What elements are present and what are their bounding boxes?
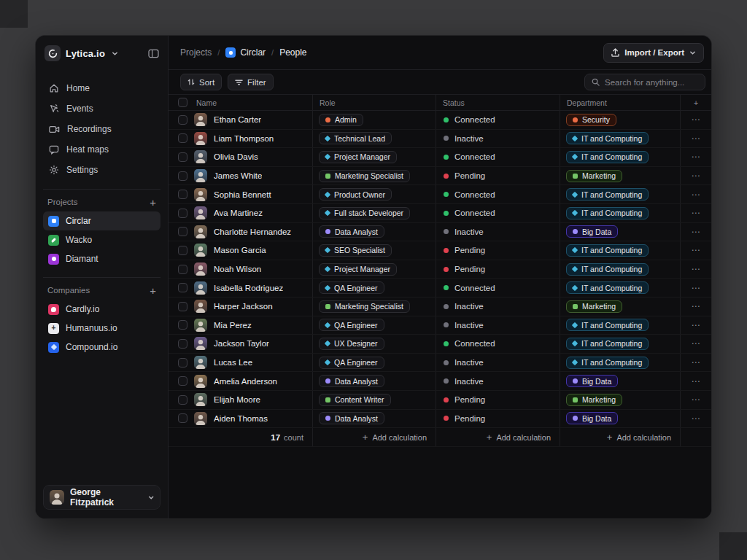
table-row[interactable]: Isabella RodriguezQA EngineerConnectedIT… xyxy=(169,279,711,298)
cell-name: Sophia Bennett xyxy=(169,185,313,203)
row-checkbox[interactable] xyxy=(178,133,187,143)
table-row[interactable]: Mason GarciaSEO SpecialistPendingIT and … xyxy=(169,241,711,260)
row-checkbox[interactable] xyxy=(178,209,187,218)
table-row[interactable]: Harper JacksonMarketing SpecialistInacti… xyxy=(169,298,711,316)
role-label: Data Analyst xyxy=(335,377,378,386)
row-checkbox[interactable] xyxy=(178,171,187,181)
add-projects-button[interactable]: + xyxy=(150,197,156,208)
row-actions-button[interactable]: ⋯ xyxy=(681,241,711,260)
sidebar-toggle-icon[interactable] xyxy=(148,49,159,58)
row-actions-button[interactable]: ⋯ xyxy=(681,223,711,241)
workspace-chevron-down-icon[interactable] xyxy=(112,50,118,57)
row-actions-button[interactable]: ⋯ xyxy=(681,111,711,129)
row-actions-button[interactable]: ⋯ xyxy=(681,372,711,390)
table-row[interactable]: Sophia BennettProduct OwnerConnectedIT a… xyxy=(169,185,711,204)
sidebar-item-circlar[interactable]: Circlar xyxy=(43,211,160,230)
row-checkbox[interactable] xyxy=(178,265,187,274)
row-actions-button[interactable]: ⋯ xyxy=(681,354,711,372)
add-companies-button[interactable]: + xyxy=(150,285,156,296)
sort-button[interactable]: Sort xyxy=(180,74,222,90)
table-row[interactable]: Mia PerezQA EngineerInactiveIT and Compu… xyxy=(169,316,711,335)
table-row[interactable]: Liam ThompsonTechnical LeadInactiveIT an… xyxy=(169,130,711,149)
import-export-button[interactable]: Import / Export xyxy=(603,43,704,63)
sidebar-item-label: Home xyxy=(66,83,90,93)
diamond-shape-icon xyxy=(572,266,578,272)
row-checkbox[interactable] xyxy=(178,339,187,349)
status-dot-icon xyxy=(444,397,449,402)
sidebar-item-settings[interactable]: Settings xyxy=(43,160,160,180)
sidebar-item-heat-maps[interactable]: Heat maps xyxy=(43,139,160,160)
breadcrumb-item-projects[interactable]: Projects xyxy=(180,47,212,58)
user-menu[interactable]: George Fitzpatrick xyxy=(43,485,160,510)
row-actions-button[interactable]: ⋯ xyxy=(681,316,711,335)
row-checkbox[interactable] xyxy=(178,283,187,292)
sidebar-item-events[interactable]: Events xyxy=(43,98,160,119)
sidebar-item-diamant[interactable]: Diamant xyxy=(43,249,160,268)
row-actions-button[interactable]: ⋯ xyxy=(681,130,711,148)
row-actions-button[interactable]: ⋯ xyxy=(681,260,711,279)
breadcrumb-item-people[interactable]: People xyxy=(279,47,306,58)
row-actions-button[interactable]: ⋯ xyxy=(681,298,711,316)
department-label: IT and Computing xyxy=(581,339,642,348)
avatar xyxy=(194,225,207,238)
add-column-button[interactable]: + xyxy=(681,95,711,110)
table-row[interactable]: Noah WilsonProject ManagerPendingIT and … xyxy=(169,260,711,279)
department-label: IT and Computing xyxy=(581,358,642,367)
table-row[interactable]: Amelia AndersonData AnalystInactiveBig D… xyxy=(169,372,711,391)
cell-status: Inactive xyxy=(436,316,560,335)
search-input[interactable] xyxy=(605,78,698,87)
table-row[interactable]: Olivia DavisProject ManagerConnectedIT a… xyxy=(169,148,711,167)
sidebar-item-cardly-io[interactable]: Cardly.io xyxy=(43,300,160,319)
row-checkbox[interactable] xyxy=(178,395,187,405)
row-checkbox[interactable] xyxy=(178,152,187,162)
row-checkbox[interactable] xyxy=(178,227,187,236)
status-dot-icon xyxy=(444,136,449,141)
add-calculation-button[interactable]: +Add calculation xyxy=(487,432,551,443)
table-row[interactable]: Aiden ThomasData AnalystPendingBig Data⋯ xyxy=(169,410,711,429)
row-actions-button[interactable]: ⋯ xyxy=(681,185,711,203)
table-row[interactable]: Charlotte HernandezData AnalystInactiveB… xyxy=(169,223,711,242)
row-actions-button[interactable]: ⋯ xyxy=(681,204,711,222)
search-box[interactable] xyxy=(584,74,705,90)
diamond-shape-icon xyxy=(325,266,330,272)
table-row[interactable]: Jackson TaylorUX DesignerConnectedIT and… xyxy=(169,335,711,354)
row-actions-button[interactable]: ⋯ xyxy=(681,167,711,185)
row-checkbox[interactable] xyxy=(178,302,187,311)
table-row[interactable]: Lucas LeeQA EngineerInactiveIT and Compu… xyxy=(169,354,711,373)
row-checkbox[interactable] xyxy=(178,246,187,255)
table-row[interactable]: Elijah MooreContent WriterPendingMarketi… xyxy=(169,391,711,410)
row-actions-button[interactable]: ⋯ xyxy=(681,335,711,353)
sidebar-item-recordings[interactable]: Recordings xyxy=(43,119,160,139)
table-row[interactable]: James WhiteMarketing SpecialistPendingMa… xyxy=(169,167,711,186)
table-row[interactable]: Ethan CarterAdminConnectedSecurity⋯ xyxy=(169,111,711,130)
sidebar-item-home[interactable]: Home xyxy=(43,78,160,98)
row-checkbox[interactable] xyxy=(178,320,187,330)
add-calculation-button[interactable]: +Add calculation xyxy=(607,432,671,443)
sidebar-item-humanuus-io[interactable]: +Humanuus.io xyxy=(43,319,160,338)
row-checkbox[interactable] xyxy=(178,376,187,386)
select-all-checkbox[interactable] xyxy=(178,98,187,107)
row-actions-button[interactable]: ⋯ xyxy=(681,148,711,166)
sidebar-item-wacko[interactable]: Wacko xyxy=(43,230,160,249)
add-calculation-button[interactable]: +Add calculation xyxy=(363,432,427,443)
footer-cell: +Add calculation xyxy=(436,428,560,446)
role-badge: Project Manager xyxy=(319,263,397,276)
row-checkbox[interactable] xyxy=(178,115,187,125)
import-export-label: Import / Export xyxy=(624,48,684,57)
row-actions-button[interactable]: ⋯ xyxy=(681,410,711,428)
row-checkbox[interactable] xyxy=(178,413,187,423)
filter-button[interactable]: Filter xyxy=(228,74,274,90)
corner-decoration xyxy=(719,532,747,560)
sidebar-item-compound-io[interactable]: Compound.io xyxy=(43,338,160,357)
breadcrumb-item-circlar[interactable]: Circlar xyxy=(225,47,266,58)
department-label: IT and Computing xyxy=(581,265,642,273)
compound-io-icon xyxy=(48,342,59,353)
row-checkbox[interactable] xyxy=(178,190,187,199)
row-actions-button[interactable]: ⋯ xyxy=(681,391,711,409)
table-row[interactable]: Ava MartinezFull stack DeveloperConnecte… xyxy=(169,204,711,223)
status-dot-icon xyxy=(444,285,449,290)
row-actions-button[interactable]: ⋯ xyxy=(681,279,711,297)
role-badge: Admin xyxy=(319,114,363,126)
row-checkbox[interactable] xyxy=(178,358,187,368)
department-label: Big Data xyxy=(582,414,611,423)
